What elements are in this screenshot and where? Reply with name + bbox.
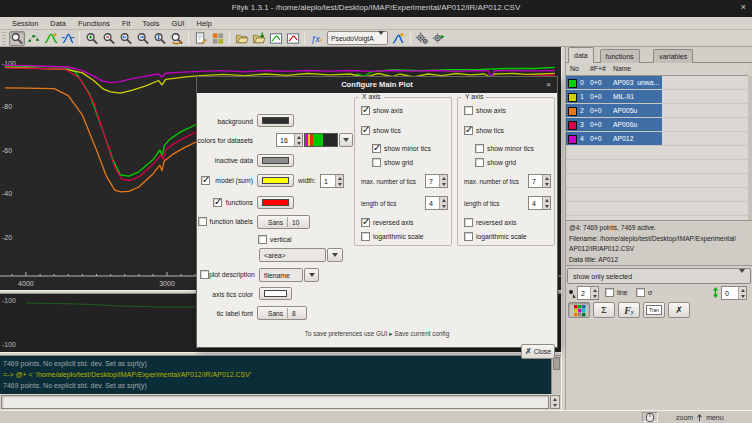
table-row[interactable]: 40+0AP012 xyxy=(566,132,748,146)
zoom-out-icon[interactable] xyxy=(101,31,117,46)
fit-settings-icon[interactable] xyxy=(431,31,447,46)
show-filter-dropdown[interactable]: show only selected xyxy=(567,268,751,284)
table-row[interactable]: 10+0MIL-91 xyxy=(566,90,748,104)
delete-button[interactable]: ✗ xyxy=(668,302,690,318)
define-function-icon[interactable]: ƒx xyxy=(309,31,325,46)
open-session-icon[interactable] xyxy=(234,31,250,46)
save-session-icon[interactable] xyxy=(285,31,301,46)
zoom-mode-icon[interactable] xyxy=(9,31,25,46)
drag-peak-mode-icon[interactable] xyxy=(60,31,76,46)
table-row[interactable]: 20+0AP005u xyxy=(566,104,748,118)
x-axis-show-grid-checkbox[interactable] xyxy=(372,158,381,167)
toolbar-grip[interactable] xyxy=(2,32,6,45)
dataset-colors-count-spinner[interactable]: 16 xyxy=(276,133,303,147)
dataset-colors-button[interactable] xyxy=(568,302,590,318)
data-table[interactable]: 00+0AP003_unwa...10+0MIL-9120+0AP005u30+… xyxy=(566,76,748,220)
menu-session[interactable]: Session xyxy=(6,17,44,30)
label-content-combo[interactable]: <area> xyxy=(259,248,326,262)
dataset-color-swatch[interactable] xyxy=(568,93,577,102)
y-axis-show-tics-checkbox[interactable] xyxy=(464,126,473,135)
x-axis-show-axis-checkbox[interactable] xyxy=(361,106,370,115)
x-axis-logarithmic-scale-checkbox[interactable] xyxy=(361,232,370,241)
add-peak-mode-icon[interactable] xyxy=(43,31,59,46)
x-axis-length-of-tics-spinner[interactable]: 4 xyxy=(425,196,448,210)
window-close-button[interactable]: × xyxy=(741,2,746,12)
x-axis-show-minor-tics-checkbox[interactable] xyxy=(372,144,381,153)
sum-button[interactable]: Σ xyxy=(593,302,615,318)
dialog-titlebar[interactable]: Configure Main Plot × xyxy=(197,77,557,93)
line-checkbox[interactable] xyxy=(605,288,614,297)
background-color-button[interactable] xyxy=(257,114,294,127)
column-header-Name[interactable]: Name xyxy=(613,65,631,72)
dataset-color-swatch[interactable] xyxy=(568,107,577,116)
save-plot-image-icon[interactable] xyxy=(268,31,284,46)
dataset-color-swatch[interactable] xyxy=(568,121,577,130)
zoom-left-icon[interactable] xyxy=(118,31,134,46)
auto-add-peak-icon[interactable] xyxy=(390,31,406,46)
menu-gui[interactable]: GUI xyxy=(165,17,190,30)
menu-fit[interactable]: Fit xyxy=(116,17,136,30)
data-range-mode-icon[interactable] xyxy=(26,31,42,46)
edit-function-button[interactable]: Fy xyxy=(618,302,640,318)
console-scrollbar-thumb[interactable] xyxy=(553,357,560,370)
plot-description-dropdown[interactable] xyxy=(304,268,319,282)
model-width-spinner[interactable]: 1 xyxy=(320,174,344,188)
tic-font-button[interactable]: Sans 8 xyxy=(257,306,307,320)
tab-variables[interactable]: variables xyxy=(653,49,693,63)
x-axis-max--number-of-tics-spinner[interactable]: 7 xyxy=(425,174,448,188)
history-up-icon[interactable] xyxy=(553,398,557,401)
zoom-vertically-icon[interactable] xyxy=(152,31,168,46)
command-input[interactable] xyxy=(1,395,549,409)
dialog-close-icon[interactable]: × xyxy=(546,80,551,89)
output-console[interactable]: 7469 points. No explicit std. dev. Set a… xyxy=(0,356,561,394)
tab-data[interactable]: data xyxy=(568,47,594,63)
column-header-No[interactable]: No xyxy=(570,65,579,72)
model-checkbox[interactable] xyxy=(201,176,210,185)
x-axis-show-tics-checkbox[interactable] xyxy=(361,126,370,135)
y-axis-reversed-axis-checkbox[interactable] xyxy=(464,218,473,227)
load-data-icon[interactable] xyxy=(251,31,267,46)
x-axis-reversed-axis-checkbox[interactable] xyxy=(361,218,370,227)
dataset-color-swatch[interactable] xyxy=(568,135,577,144)
vertical-checkbox[interactable] xyxy=(258,235,267,244)
console-scrollbar[interactable] xyxy=(551,356,561,394)
label-font-button[interactable]: Sans 10 xyxy=(257,215,310,229)
functions-checkbox[interactable] xyxy=(213,198,222,207)
dialog-close-button[interactable]: ✗ Close xyxy=(521,344,555,359)
command-history-spinner[interactable] xyxy=(550,395,560,409)
session-log-icon[interactable] xyxy=(210,31,226,46)
function-type-combo[interactable]: PseudoVoigtA xyxy=(327,31,388,45)
y-axis-max--number-of-tics-spinner[interactable]: 7 xyxy=(528,174,551,188)
table-scrollbar[interactable] xyxy=(748,76,752,220)
dataset-color-swatch[interactable] xyxy=(568,79,577,88)
y-axis-length-of-tics-spinner[interactable]: 4 xyxy=(528,196,551,210)
history-down-icon[interactable] xyxy=(553,404,557,407)
table-row[interactable]: 30+0AP006u xyxy=(566,118,748,132)
column-header-F[interactable]: #F+# xyxy=(590,65,606,72)
zoom-previous-icon[interactable] xyxy=(169,31,185,46)
tab-functions[interactable]: functions xyxy=(600,49,640,63)
dataset-palette-preview[interactable] xyxy=(304,133,338,147)
menu-tools[interactable]: Tools xyxy=(136,17,165,30)
dataset-palette-dropdown[interactable] xyxy=(339,133,353,147)
menu-help[interactable]: Help xyxy=(191,17,218,30)
y-axis-show-minor-tics-checkbox[interactable] xyxy=(475,144,484,153)
functions-color-button[interactable] xyxy=(257,196,294,209)
point-size-spinner[interactable]: 2 xyxy=(577,286,599,300)
model-color-button[interactable] xyxy=(257,174,294,187)
inactive-data-color-button[interactable] xyxy=(257,154,294,167)
sigma-checkbox[interactable] xyxy=(636,288,645,297)
zoom-in-icon[interactable] xyxy=(84,31,100,46)
function-labels-checkbox[interactable] xyxy=(198,217,207,226)
transform-data-button[interactable]: Tran xyxy=(643,302,665,318)
menu-functions[interactable]: Functions xyxy=(72,17,116,30)
label-content-dropdown[interactable] xyxy=(327,248,343,262)
edit-script-icon[interactable] xyxy=(193,31,209,46)
axis-tics-color-button[interactable] xyxy=(259,287,292,300)
plot-description-combo[interactable]: filename xyxy=(259,268,303,282)
shift-spinner[interactable]: 0 xyxy=(721,286,747,300)
table-row[interactable]: 00+0AP003_unwa... xyxy=(566,76,748,90)
zoom-right-icon[interactable] xyxy=(135,31,151,46)
plot-description-checkbox[interactable] xyxy=(200,270,209,279)
y-axis-logarithmic-scale-checkbox[interactable] xyxy=(464,232,473,241)
